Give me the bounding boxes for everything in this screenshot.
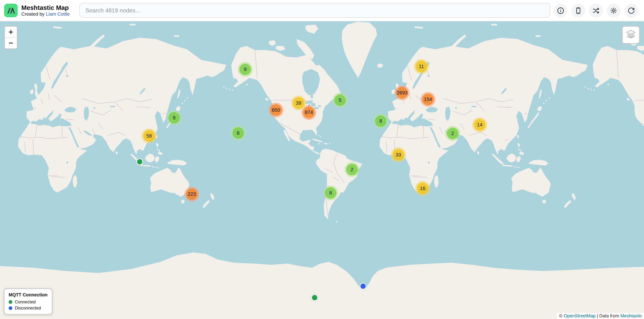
cluster-marker[interactable]: 223 xyxy=(184,187,199,202)
info-icon xyxy=(557,7,564,14)
cluster-marker[interactable]: 6 xyxy=(231,126,246,140)
cluster-marker[interactable]: 154 xyxy=(421,92,436,107)
header-buttons xyxy=(554,0,638,21)
cluster-marker[interactable]: 8 xyxy=(323,186,338,200)
cluster-marker[interactable]: 9 xyxy=(238,62,252,77)
legend-item-connected: Connected xyxy=(8,299,48,304)
refresh-button[interactable] xyxy=(624,3,638,17)
cluster-marker[interactable]: 14 xyxy=(472,117,487,132)
page-title: Meshtastic Map xyxy=(22,4,70,11)
cluster-marker[interactable]: 2693 xyxy=(395,85,410,100)
meshtastic-map-app: 939650874526931541182143316282235896 + −… xyxy=(0,0,644,319)
search-input[interactable] xyxy=(79,3,550,17)
cluster-marker[interactable]: 58 xyxy=(142,128,156,143)
cluster-marker[interactable]: 874 xyxy=(302,105,316,120)
smartphone-icon xyxy=(575,7,582,14)
zoom-out-button[interactable]: − xyxy=(5,38,17,48)
osm-link[interactable]: OpenStreetMap xyxy=(564,313,596,318)
meshtastic-link[interactable]: Meshtastic xyxy=(620,313,642,318)
cluster-marker[interactable]: 5 xyxy=(332,93,347,108)
node-marker-connected[interactable] xyxy=(311,294,318,301)
random-node-button[interactable] xyxy=(589,3,603,17)
cluster-marker[interactable]: 9 xyxy=(167,110,182,125)
cluster-marker[interactable]: 33 xyxy=(391,147,406,162)
author-link[interactable]: Liam Cottle xyxy=(46,11,70,16)
cluster-marker[interactable]: 16 xyxy=(415,181,430,196)
title-block: Meshtastic Map Created by Liam Cottle xyxy=(22,4,70,17)
marker-layer: 939650874526931541182143316282235896 xyxy=(0,21,644,319)
cluster-marker[interactable]: 650 xyxy=(269,103,283,117)
attribution-copyright: © xyxy=(559,313,564,318)
gear-icon xyxy=(610,7,617,14)
byline: Created by Liam Cottle xyxy=(22,11,70,17)
app-header: Meshtastic Map Created by Liam Cottle xyxy=(0,0,644,21)
attribution-middle: | Data from xyxy=(596,313,620,318)
meshtastic-logo-icon xyxy=(4,4,18,17)
map-canvas[interactable]: 939650874526931541182143316282235896 + −… xyxy=(0,21,644,319)
cluster-marker[interactable]: 8 xyxy=(374,114,388,128)
layers-icon xyxy=(626,29,636,41)
legend-title: MQTT Connection xyxy=(8,292,48,297)
cluster-marker[interactable]: 2 xyxy=(445,126,460,141)
legend-item-disconnected: Disconnected xyxy=(8,306,48,310)
legend-dot-connected xyxy=(8,300,12,304)
map-attribution: © OpenStreetMap | Data from Meshtastic xyxy=(557,313,644,319)
node-marker-disconnected[interactable] xyxy=(360,283,366,290)
node-marker-connected[interactable] xyxy=(136,158,143,165)
zoom-in-button[interactable]: + xyxy=(5,27,17,38)
settings-button[interactable] xyxy=(606,3,621,17)
cluster-marker[interactable]: 11 xyxy=(414,59,429,74)
mqtt-legend: MQTT Connection ConnectedDisconnected xyxy=(4,288,52,315)
refresh-icon xyxy=(628,7,635,14)
zoom-control: + − xyxy=(4,26,18,49)
info-button[interactable] xyxy=(554,3,568,17)
mobile-app-button[interactable] xyxy=(571,3,585,17)
shuffle-icon xyxy=(592,7,600,14)
layers-control[interactable] xyxy=(622,26,640,44)
cluster-marker[interactable]: 2 xyxy=(345,162,360,177)
legend-dot-disconnected xyxy=(8,306,12,310)
